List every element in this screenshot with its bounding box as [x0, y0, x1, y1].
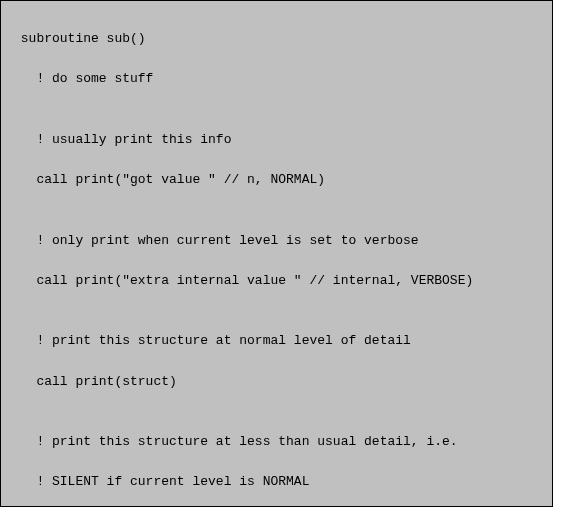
code-line: ! print this structure at normal level o…	[13, 331, 540, 351]
code-line: ! SILENT if current level is NORMAL	[13, 472, 540, 492]
code-line: ! only print when current level is set t…	[13, 231, 540, 251]
code-line: ! usually print this info	[13, 130, 540, 150]
code-line: call print("got value " // n, NORMAL)	[13, 170, 540, 190]
code-block: subroutine sub() ! do some stuff ! usual…	[0, 0, 553, 507]
code-line: subroutine sub()	[13, 29, 540, 49]
code-line: ! print this structure at less than usua…	[13, 432, 540, 452]
code-line: call print(struct)	[13, 372, 540, 392]
code-line: call print("extra internal value " // in…	[13, 271, 540, 291]
code-line: ! do some stuff	[13, 69, 540, 89]
